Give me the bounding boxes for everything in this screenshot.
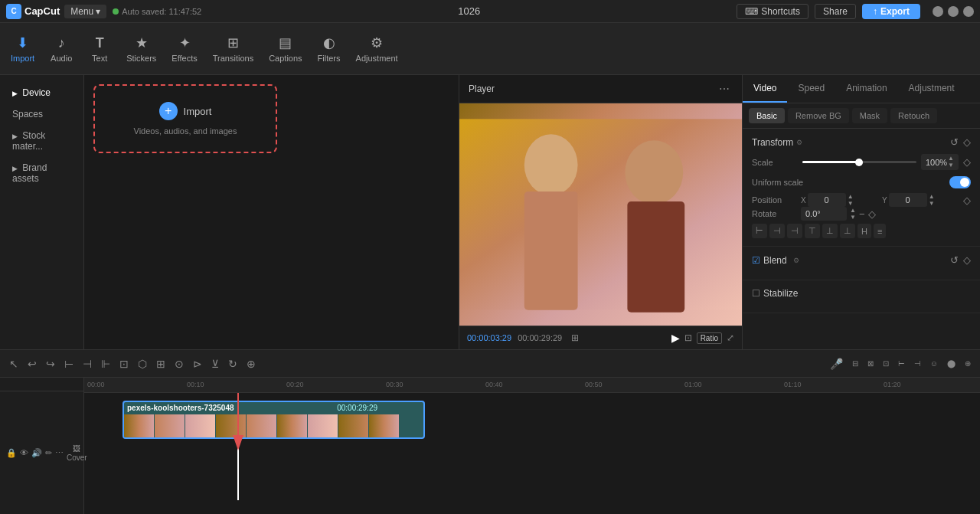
tool-filters[interactable]: ◐ Filters [310,30,348,67]
video-clip[interactable]: pexels-koolshooters-7325048 00:00:29:29 [122,401,425,439]
tool-import[interactable]: ⬇ Import [3,30,42,67]
track-more-button[interactable]: ⋯ [55,448,64,458]
transform-reset-button[interactable]: ↺ [950,136,959,148]
blend-reset-button[interactable]: ↺ [950,254,959,266]
tool-transitions[interactable]: ⊞ Transitions [205,30,261,67]
track-mute-button[interactable]: 🔊 [31,448,42,458]
align-center-h[interactable]: ⊣ [769,224,785,238]
tl-mirror-button[interactable]: ⊻ [208,356,222,372]
tl-clip4-button[interactable]: ⊢ [895,358,908,369]
track-visibility-button[interactable]: 👁 [20,448,28,457]
align-extra2[interactable]: ≡ [874,224,886,238]
maximize-button[interactable] [948,6,959,17]
subtab-retouch[interactable]: Retouch [890,108,937,123]
tl-screen-button[interactable]: ⊣ [911,358,924,369]
tool-audio[interactable]: ♪ Audio [42,31,80,67]
blend-checkbox[interactable]: ☑ [752,255,760,266]
rotate-stepper[interactable]: ▲ ▼ [850,208,856,221]
sidebar-item-brand[interactable]: ▶ Brand assets [3,158,80,188]
position-row: Position X ▲ ▼ Y ▲ [752,193,971,207]
tl-rotate-button[interactable]: ↻ [225,356,240,372]
tl-split-out-button[interactable]: ⊣ [80,356,95,372]
timeline-tracks-area[interactable]: 00:00 00:10 00:20 00:30 00:40 00:50 01:0… [84,378,980,514]
tl-reverse-button[interactable]: ⊳ [190,356,205,372]
align-extra1[interactable]: H [858,224,871,238]
tool-adjustment[interactable]: ⚙ Adjustment [348,30,406,67]
align-top[interactable]: ⊤ [805,224,820,238]
tab-adjustment[interactable]: Adjustment [898,75,965,103]
subtab-basic[interactable]: Basic [749,108,785,123]
scale-down[interactable]: ▼ [948,162,954,169]
tl-speed-button[interactable]: ⊙ [172,356,187,372]
scale-up[interactable]: ▲ [948,156,954,162]
blend-keyframe-button[interactable]: ◇ [963,254,971,266]
uniform-scale-label: Uniform scale [752,178,803,187]
player-menu-button[interactable]: ⋯ [716,81,733,97]
subtab-mask[interactable]: Mask [852,108,887,123]
tool-stickers[interactable]: ★ Stickers [119,30,164,67]
position-x-input[interactable] [808,193,846,207]
tl-clip3-button[interactable]: ⊡ [880,358,892,369]
scale-stepper[interactable]: ▲ ▼ [948,156,954,169]
position-y-input[interactable] [889,193,927,207]
position-keyframe[interactable]: ◇ [963,195,971,206]
minimize-button[interactable] [933,6,943,17]
scale-slider[interactable] [802,161,916,163]
share-button[interactable]: Share [815,4,856,19]
tl-mic-button[interactable]: 🎤 [827,356,846,372]
tool-effects[interactable]: ✦ Effects [164,30,204,67]
tl-undo-button[interactable]: ↩ [24,356,40,372]
uniform-scale-toggle[interactable] [949,176,971,188]
tl-emoji-button[interactable]: ☺ [927,358,941,369]
tab-video[interactable]: Video [743,75,787,103]
sidebar-item-stock[interactable]: ▶ Stock mater... [3,126,80,156]
rotate-minus[interactable]: − [859,208,865,220]
close-button[interactable] [963,6,974,17]
track-edit-button[interactable]: ✏ [45,448,52,458]
sidebar-item-device[interactable]: ▶ Device [3,83,80,103]
blend-actions: ↺ ◇ [950,254,971,266]
tl-delete-button[interactable]: ⊡ [116,356,132,372]
play-button[interactable]: ▶ [671,332,680,344]
align-right[interactable]: ⊣ [787,224,802,238]
align-bottom[interactable]: ⊥ [840,224,855,238]
tl-clip1-button[interactable]: ⊟ [849,358,861,369]
tl-settings-button[interactable]: ⬤ [944,358,959,369]
export-button[interactable]: ↑ Export [862,4,920,19]
sidebar-item-spaces[interactable]: Spaces [3,104,80,124]
rotate-keyframe[interactable]: ◇ [868,208,876,220]
position-y-stepper[interactable]: ▲ ▼ [929,194,935,207]
rotate-input[interactable] [801,207,847,221]
position-x-stepper[interactable]: ▲ ▼ [848,194,854,207]
tl-more-button[interactable]: ⊕ [243,356,259,372]
fullscreen-button[interactable]: ⤢ [727,332,734,343]
tl-crop-button[interactable]: ⊞ [153,356,168,372]
subtab-remove-bg[interactable]: Remove BG [788,108,849,123]
tool-text[interactable]: T Text [80,31,119,67]
fit-button[interactable]: ⊡ [684,332,692,343]
stock-arrow: ▶ [12,133,18,140]
shortcuts-button[interactable]: ⌨ Shortcuts [737,4,808,19]
menu-button[interactable]: Menu ▾ [64,5,106,18]
ratio-button[interactable]: Ratio [697,332,722,344]
tool-captions[interactable]: ▤ Captions [261,30,309,67]
tab-animation[interactable]: Animation [835,75,897,103]
tl-freeze-button[interactable]: ⬡ [135,356,150,372]
scale-keyframe[interactable]: ◇ [963,156,971,168]
project-number: 1026 [201,5,737,17]
import-dropzone[interactable]: + Import Videos, audios, and images [93,84,277,153]
tab-speed[interactable]: Speed [787,75,835,103]
tl-redo-button[interactable]: ↪ [43,356,58,372]
grid-view-button[interactable]: ⊞ [568,331,582,345]
tl-clip2-button[interactable]: ⊠ [864,358,877,369]
tl-split-button[interactable]: ⊩ [98,356,113,372]
track-lock-button[interactable]: 🔒 [6,448,17,458]
tl-select-button[interactable]: ↖ [6,356,21,372]
app-name: CapCut [24,5,60,17]
transform-keyframe-button[interactable]: ◇ [963,136,971,148]
align-center-v[interactable]: ⊥ [822,224,838,238]
tl-split-in-button[interactable]: ⊢ [61,356,77,372]
align-left[interactable]: ⊢ [752,224,767,238]
tl-zoom-button[interactable]: ⊕ [962,358,974,369]
stabilize-checkbox[interactable]: ☐ [752,288,760,299]
